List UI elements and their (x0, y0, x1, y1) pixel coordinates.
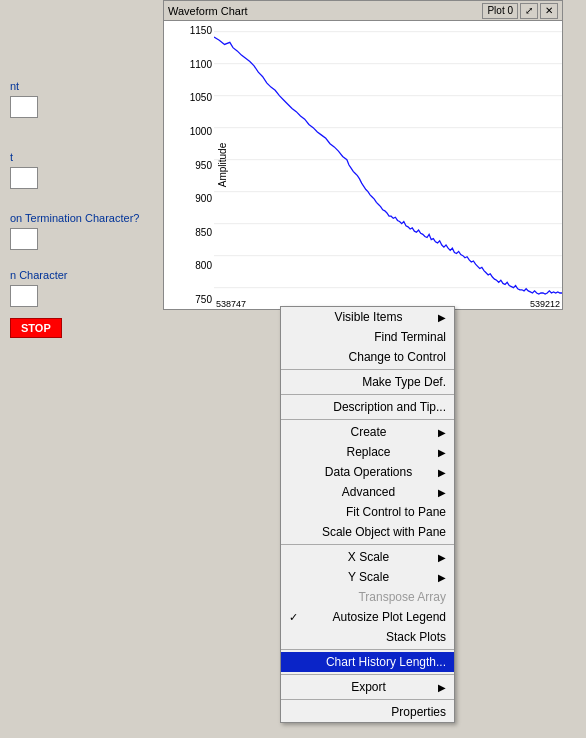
y-axis: 1150 1100 1050 1000 950 900 850 800 750 (164, 21, 214, 309)
menu-item-export[interactable]: Export▶ (281, 677, 454, 697)
context-menu: Visible Items▶Find TerminalChange to Con… (280, 306, 455, 723)
menu-label-create: Create (350, 425, 386, 439)
menu-item-autosize-plot-legend[interactable]: ✓Autosize Plot Legend (281, 607, 454, 627)
menu-label-export: Export (351, 680, 386, 694)
menu-check-autosize-plot-legend: ✓ (289, 611, 301, 624)
chart-close-btn[interactable]: ✕ (540, 3, 558, 19)
menu-label-scale-object-with-pane: Scale Object with Pane (322, 525, 446, 539)
submenu-arrow-visible-items: ▶ (438, 312, 446, 323)
menu-item-replace[interactable]: Replace▶ (281, 442, 454, 462)
input-box-4[interactable] (10, 285, 38, 307)
submenu-arrow-export: ▶ (438, 682, 446, 693)
chart-svg (214, 21, 562, 309)
plot0-button[interactable]: Plot 0 (482, 3, 518, 19)
menu-item-chart-history-length[interactable]: Chart History Length... (281, 652, 454, 672)
menu-separator-5 (281, 394, 454, 395)
chart-expand-btn[interactable]: ⤢ (520, 3, 538, 19)
waveform-chart: Waveform Chart Plot 0 ⤢ ✕ 1150 1100 1050… (163, 0, 563, 310)
y-axis-label: Amplitude (217, 143, 228, 187)
submenu-arrow-replace: ▶ (438, 447, 446, 458)
menu-item-description-and-tip[interactable]: Description and Tip... (281, 397, 454, 417)
menu-item-transpose-array: Transpose Array (281, 587, 454, 607)
menu-separator-22 (281, 674, 454, 675)
label-t: t (10, 151, 150, 163)
menu-label-change-to-control: Change to Control (349, 350, 446, 364)
menu-label-visible-items: Visible Items (335, 310, 403, 324)
menu-separator-7 (281, 419, 454, 420)
chart-title: Waveform Chart (168, 5, 248, 17)
menu-label-advanced: Advanced (342, 485, 395, 499)
termination-label: on Termination Character? (10, 212, 150, 224)
left-panel: nt t on Termination Character? n Charact… (10, 80, 150, 338)
menu-separator-3 (281, 369, 454, 370)
menu-label-chart-history-length: Chart History Length... (326, 655, 446, 669)
x-start: 538747 (216, 299, 246, 309)
menu-label-transpose-array: Transpose Array (358, 590, 446, 604)
menu-separator-20 (281, 649, 454, 650)
input-box-2[interactable] (10, 167, 38, 189)
submenu-arrow-data-operations: ▶ (438, 467, 446, 478)
menu-item-stack-plots[interactable]: Stack Plots (281, 627, 454, 647)
stop-button[interactable]: STOP (10, 318, 62, 338)
menu-item-visible-items[interactable]: Visible Items▶ (281, 307, 454, 327)
menu-item-fit-control-to-pane[interactable]: Fit Control to Pane (281, 502, 454, 522)
menu-separator-14 (281, 544, 454, 545)
menu-label-fit-control-to-pane: Fit Control to Pane (346, 505, 446, 519)
menu-label-data-operations: Data Operations (325, 465, 412, 479)
input-box-1[interactable] (10, 96, 38, 118)
menu-item-y-scale[interactable]: Y Scale▶ (281, 567, 454, 587)
char-label: n Character (10, 269, 150, 281)
menu-item-scale-object-with-pane[interactable]: Scale Object with Pane (281, 522, 454, 542)
submenu-arrow-create: ▶ (438, 427, 446, 438)
menu-item-data-operations[interactable]: Data Operations▶ (281, 462, 454, 482)
menu-item-x-scale[interactable]: X Scale▶ (281, 547, 454, 567)
chart-plot-area: Amplitude 538747 539212 (214, 21, 562, 309)
chart-inner: 1150 1100 1050 1000 950 900 850 800 750 … (164, 21, 562, 309)
input-box-3[interactable] (10, 228, 38, 250)
menu-label-autosize-plot-legend: Autosize Plot Legend (333, 610, 446, 624)
menu-label-properties: Properties (391, 705, 446, 719)
menu-label-y-scale: Y Scale (348, 570, 389, 584)
submenu-arrow-y-scale: ▶ (438, 572, 446, 583)
x-end: 539212 (530, 299, 560, 309)
label-nt: nt (10, 80, 150, 92)
chart-title-bar: Waveform Chart Plot 0 ⤢ ✕ (164, 1, 562, 21)
menu-item-create[interactable]: Create▶ (281, 422, 454, 442)
menu-item-make-type-def[interactable]: Make Type Def. (281, 372, 454, 392)
menu-label-find-terminal: Find Terminal (374, 330, 446, 344)
submenu-arrow-advanced: ▶ (438, 487, 446, 498)
menu-item-advanced[interactable]: Advanced▶ (281, 482, 454, 502)
menu-label-replace: Replace (346, 445, 390, 459)
menu-item-find-terminal[interactable]: Find Terminal (281, 327, 454, 347)
menu-separator-24 (281, 699, 454, 700)
menu-label-x-scale: X Scale (348, 550, 389, 564)
menu-label-make-type-def: Make Type Def. (362, 375, 446, 389)
menu-label-description-and-tip: Description and Tip... (333, 400, 446, 414)
menu-label-stack-plots: Stack Plots (386, 630, 446, 644)
menu-item-properties[interactable]: Properties (281, 702, 454, 722)
menu-item-change-to-control[interactable]: Change to Control (281, 347, 454, 367)
submenu-arrow-x-scale: ▶ (438, 552, 446, 563)
